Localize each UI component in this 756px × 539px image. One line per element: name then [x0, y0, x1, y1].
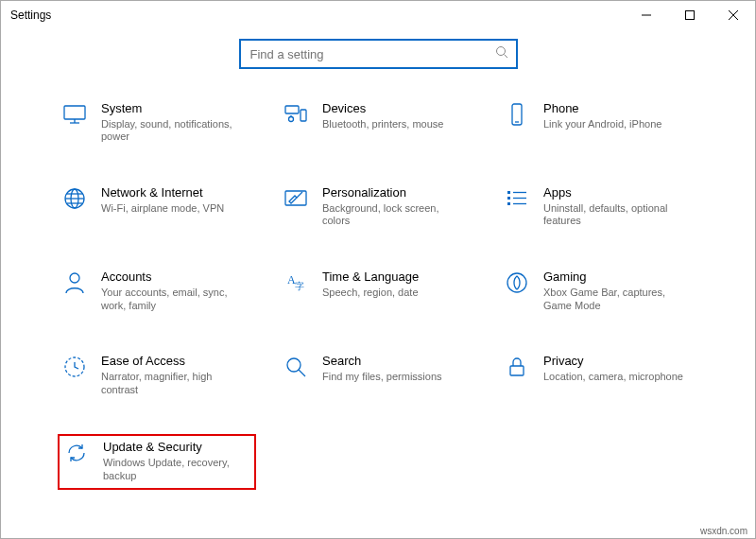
card-sub: Xbox Game Bar, captures, Game Mode [543, 287, 685, 313]
card-title: Accounts [101, 270, 243, 285]
svg-rect-35 [510, 366, 524, 375]
card-sub: Find my files, permissions [322, 371, 442, 384]
card-sub: Bluetooth, printers, mouse [322, 118, 443, 131]
card-sub: Display, sound, notifications, power [101, 118, 243, 145]
svg-line-5 [504, 55, 507, 59]
svg-rect-10 [301, 110, 306, 121]
search-icon [495, 45, 508, 62]
card-sub: Link your Android, iPhone [543, 118, 662, 131]
close-button[interactable] [712, 1, 755, 29]
card-privacy[interactable]: Privacy Location, camera, microphone [500, 350, 698, 402]
sync-icon [63, 440, 90, 466]
svg-line-34 [299, 370, 305, 376]
card-title: Time & Language [322, 270, 419, 285]
card-title: Phone [543, 101, 662, 116]
window-title: Settings [10, 9, 625, 22]
card-sub: Background, lock screen, colors [322, 202, 464, 229]
svg-rect-24 [507, 197, 510, 200]
svg-text:字: 字 [295, 281, 304, 291]
card-sub: Windows Update, recovery, backup [103, 457, 245, 483]
svg-rect-9 [285, 106, 299, 113]
svg-rect-26 [507, 202, 510, 205]
lock-icon [504, 354, 530, 380]
svg-line-21 [297, 192, 302, 198]
card-devices[interactable]: Devices Bluetooth, printers, mouse [279, 97, 477, 149]
apps-icon [504, 185, 530, 212]
card-title: Gaming [543, 270, 685, 285]
card-title: Update & Security [103, 440, 245, 455]
card-sub: Uninstall, defaults, optional features [543, 202, 685, 229]
card-sub: Your accounts, email, sync, work, family [101, 287, 243, 313]
watermark: wsxdn.com [700, 526, 747, 536]
card-sub: Wi-Fi, airplane mode, VPN [101, 202, 224, 216]
card-title: Personalization [322, 185, 464, 200]
svg-rect-22 [507, 191, 510, 194]
svg-rect-1 [686, 11, 695, 20]
devices-icon [283, 101, 309, 128]
card-apps[interactable]: Apps Uninstall, defaults, optional featu… [500, 182, 698, 234]
phone-icon [504, 101, 530, 128]
svg-rect-6 [64, 106, 85, 119]
card-accounts[interactable]: Accounts Your accounts, email, sync, wor… [58, 266, 256, 318]
titlebar: Settings [1, 1, 755, 29]
settings-grid: System Display, sound, notifications, po… [1, 69, 755, 490]
card-ease-of-access[interactable]: Ease of Access Narrator, magnifier, high… [58, 350, 256, 402]
settings-window: Settings System Display, sound, [0, 0, 756, 539]
search-wrap [1, 39, 755, 69]
paintbrush-icon [283, 185, 309, 212]
card-title: Ease of Access [101, 354, 243, 369]
language-icon: A字 [283, 270, 309, 296]
card-personalization[interactable]: Personalization Background, lock screen,… [279, 182, 477, 234]
card-gaming[interactable]: Gaming Xbox Game Bar, captures, Game Mod… [500, 266, 698, 318]
card-title: Apps [543, 185, 685, 200]
card-title: System [101, 101, 243, 116]
svg-point-33 [287, 358, 301, 372]
gaming-icon [504, 270, 530, 296]
minimize-button[interactable] [625, 1, 668, 29]
person-icon [61, 270, 88, 296]
card-sub: Narrator, magnifier, high contrast [101, 371, 243, 397]
magnifier-icon [283, 354, 309, 380]
card-update-security[interactable]: Update & Security Windows Update, recove… [58, 434, 256, 490]
card-search[interactable]: Search Find my files, permissions [279, 350, 477, 402]
card-network[interactable]: Network & Internet Wi-Fi, airplane mode,… [58, 182, 256, 234]
card-title: Search [322, 354, 442, 369]
ease-icon [61, 354, 88, 380]
card-title: Devices [322, 101, 443, 116]
svg-point-11 [289, 117, 294, 122]
globe-icon [61, 185, 88, 212]
system-icon [61, 101, 88, 128]
svg-point-4 [496, 47, 505, 56]
card-system[interactable]: System Display, sound, notifications, po… [58, 97, 256, 149]
card-time-language[interactable]: A字 Time & Language Speech, region, date [279, 266, 477, 318]
maximize-button[interactable] [668, 1, 712, 29]
card-phone[interactable]: Phone Link your Android, iPhone [500, 97, 698, 149]
card-sub: Location, camera, microphone [543, 371, 683, 384]
search-input[interactable] [249, 46, 495, 62]
card-sub: Speech, region, date [322, 287, 419, 300]
search-box[interactable] [239, 39, 518, 69]
svg-point-28 [70, 273, 79, 283]
card-title: Network & Internet [101, 185, 224, 200]
card-title: Privacy [543, 354, 683, 369]
